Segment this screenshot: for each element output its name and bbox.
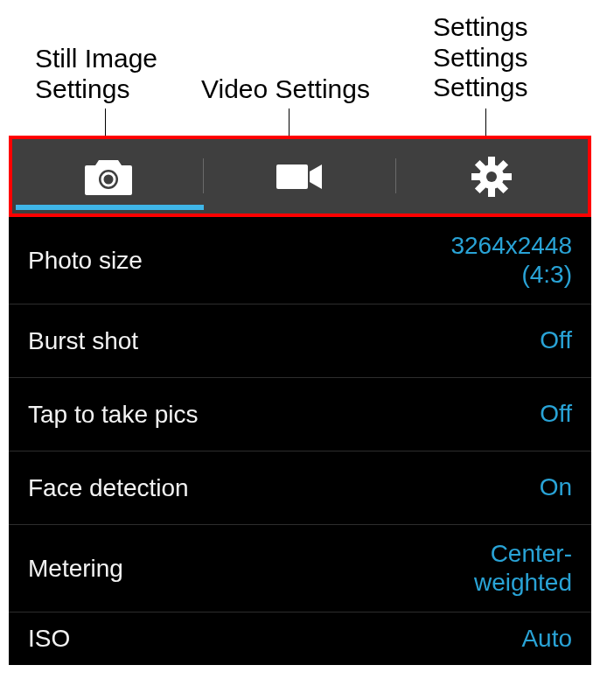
annotation-settings: SettingsSettingsSettings <box>433 12 527 103</box>
tab-still-image[interactable] <box>12 139 204 214</box>
tab-bar <box>9 136 591 217</box>
setting-row-metering[interactable]: Metering Center-weighted <box>9 525 591 612</box>
tab-settings[interactable] <box>396 139 588 214</box>
setting-row-tap-to-take-pics[interactable]: Tap to take pics Off <box>9 378 591 452</box>
annotation-still-image: Still ImageSettings <box>35 44 157 104</box>
setting-label: Metering <box>28 555 123 583</box>
annotation-layer: Still ImageSettings Video Settings Setti… <box>0 0 600 136</box>
svg-rect-2 <box>276 164 308 189</box>
setting-label: Burst shot <box>28 327 138 355</box>
svg-rect-7 <box>503 173 512 180</box>
annotation-video: Video Settings <box>201 74 370 105</box>
setting-row-iso[interactable]: ISO Auto <box>9 612 591 665</box>
svg-point-13 <box>486 172 497 182</box>
video-icon <box>275 161 325 192</box>
setting-value: Off <box>540 326 572 354</box>
setting-row-photo-size[interactable]: Photo size 3264x2448(4:3) <box>9 217 591 304</box>
settings-list: Photo size 3264x2448(4:3) Burst shot Off… <box>9 217 591 665</box>
setting-row-face-detection[interactable]: Face detection On <box>9 452 591 525</box>
svg-rect-5 <box>488 188 495 197</box>
svg-rect-4 <box>488 157 495 165</box>
camera-icon <box>83 157 134 197</box>
setting-value: On <box>540 473 572 501</box>
setting-value: Auto <box>521 625 572 653</box>
setting-label: ISO <box>28 625 70 653</box>
setting-value: 3264x2448(4:3) <box>450 232 572 288</box>
active-tab-indicator <box>16 205 204 210</box>
settings-screen: Photo size 3264x2448(4:3) Burst shot Off… <box>9 136 591 665</box>
setting-value: Center-weighted <box>474 540 572 596</box>
svg-rect-6 <box>471 173 480 180</box>
tab-video[interactable] <box>204 139 395 214</box>
setting-label: Photo size <box>28 247 143 275</box>
gear-icon <box>471 157 512 197</box>
setting-label: Tap to take pics <box>28 401 199 429</box>
setting-label: Face detection <box>28 474 189 502</box>
setting-value: Off <box>540 400 572 428</box>
setting-row-burst-shot[interactable]: Burst shot Off <box>9 304 591 378</box>
